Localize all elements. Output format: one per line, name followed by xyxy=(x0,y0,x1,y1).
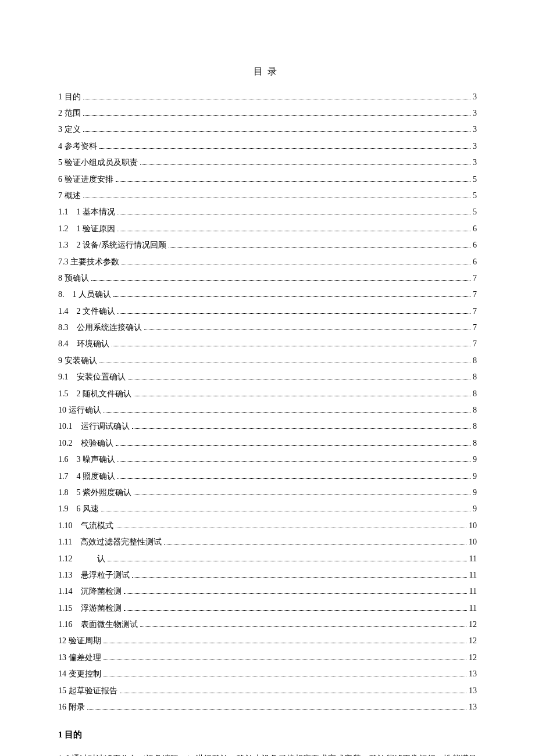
toc-leader-dots xyxy=(140,164,471,165)
toc-entry: 16 附录13 xyxy=(58,701,477,714)
toc-entry-label: 1.6 3 噪声确认 xyxy=(58,453,115,466)
toc-entry-page: 9 xyxy=(473,453,477,466)
toc-entry: 1.15 浮游菌检测11 xyxy=(58,602,477,615)
toc-entry: 9.1 安装位置确认8 xyxy=(58,371,477,384)
toc-entry-page: 11 xyxy=(469,585,477,598)
toc-entry-label: 15 起草验证报告 xyxy=(58,685,117,697)
toc-entry-page: 8 xyxy=(473,388,477,400)
toc-entry: 1.1 1 基本情况5 xyxy=(58,206,477,218)
toc-entry-label: 13 偏差处理 xyxy=(58,651,101,664)
toc-entry-label: 14 变更控制 xyxy=(58,668,101,680)
toc-entry-label: 16 附录 xyxy=(58,701,85,714)
toc-entry-page: 13 xyxy=(469,701,477,714)
toc-leader-dots xyxy=(164,544,466,544)
toc-leader-dots xyxy=(104,676,467,676)
toc-entry-page: 7 xyxy=(473,288,477,301)
toc-entry-page: 8 xyxy=(473,404,477,417)
toc-entry: 3 定义3 xyxy=(58,123,477,136)
toc-leader-dots xyxy=(117,231,470,231)
toc-leader-dots xyxy=(120,693,467,693)
toc-entry: 4 参考资料3 xyxy=(58,140,477,153)
toc-entry-label: 12 验证周期 xyxy=(58,635,101,647)
toc-entry-page: 7 xyxy=(473,305,477,318)
toc-entry: 12 验证周期12 xyxy=(58,635,477,647)
toc-entry-label: 4 参考资料 xyxy=(58,140,97,153)
toc-entry-page: 3 xyxy=(473,91,477,103)
toc-leader-dots xyxy=(104,660,467,660)
toc-entry: 15 起草验证报告13 xyxy=(58,685,477,697)
toc-entry-page: 7 xyxy=(473,321,477,334)
toc-entry: 13 偏差处理12 xyxy=(58,651,477,664)
toc-entry: 1.3 2 设备/系统运行情况回顾6 xyxy=(58,239,477,252)
toc-entry-page: 12 xyxy=(469,651,477,664)
toc-leader-dots xyxy=(113,296,470,297)
toc-entry: 1.16 表面微生物测试12 xyxy=(58,618,477,631)
toc-entry-page: 5 xyxy=(473,189,477,202)
toc-leader-dots xyxy=(116,528,467,528)
toc-entry: 6 验证进度安排5 xyxy=(58,173,477,186)
toc-entry-page: 5 xyxy=(473,173,477,186)
toc-entry: 1.6 3 噪声确认9 xyxy=(58,453,477,466)
toc-entry: 1.5 2 随机文件确认8 xyxy=(58,388,477,400)
toc-entry: 8.3 公用系统连接确认7 xyxy=(58,321,477,334)
toc-entry-label: 1.12 认 xyxy=(58,553,105,565)
toc-entry: 7 概述5 xyxy=(58,189,477,202)
section-1-heading: 1 目的 xyxy=(58,728,477,741)
toc-entry-label: 1.5 2 随机文件确认 xyxy=(58,388,131,400)
toc-entry-label: 8 预确认 xyxy=(58,272,89,285)
toc-entry: 8.4 环境确认7 xyxy=(58,338,477,350)
toc-leader-dots xyxy=(104,412,471,413)
toc-entry-label: 1.11 高效过滤器完整性测试 xyxy=(58,536,162,549)
toc-entry-page: 5 xyxy=(473,206,477,218)
toc-leader-dots xyxy=(91,280,471,281)
toc-leader-dots xyxy=(83,99,471,99)
toc-entry-label: 1.10 气流模式 xyxy=(58,519,113,532)
toc-entry-label: 1.3 2 设备/系统运行情况回顾 xyxy=(58,239,166,252)
toc-entry-page: 3 xyxy=(473,140,477,153)
toc-entry-label: 9 安装确认 xyxy=(58,354,97,367)
toc-entry: 1.2 1 验证原因6 xyxy=(58,223,477,235)
toc-entry: 1.7 4 照度确认9 xyxy=(58,470,477,483)
toc-leader-dots xyxy=(101,511,470,511)
toc-leader-dots xyxy=(83,115,471,116)
toc-leader-dots xyxy=(128,379,471,379)
toc-entry-label: 1.7 4 照度确认 xyxy=(58,470,115,483)
toc-entry: 2 范围3 xyxy=(58,107,477,120)
toc-title: 目录 xyxy=(58,64,477,79)
toc-entry-label: 1.9 6 风速 xyxy=(58,503,99,515)
toc-entry: 1.10 气流模式10 xyxy=(58,519,477,532)
toc-leader-dots xyxy=(116,181,471,182)
toc-entry-label: 8. 1 人员确认 xyxy=(58,288,111,301)
toc-leader-dots xyxy=(132,428,471,429)
toc-leader-dots xyxy=(117,461,470,462)
toc-entry: 5 验证小组成员及职责3 xyxy=(58,156,477,169)
table-of-contents: 1 目的32 范围33 定义34 参考资料35 验证小组成员及职责36 验证进度… xyxy=(58,91,477,714)
toc-leader-dots xyxy=(117,313,470,314)
toc-leader-dots xyxy=(117,478,470,479)
toc-entry: 10.2 校验确认8 xyxy=(58,437,477,450)
toc-leader-dots xyxy=(83,198,471,198)
toc-entry-label: 8.4 环境确认 xyxy=(58,338,109,350)
toc-entry-label: 10.1 运行调试确认 xyxy=(58,420,130,433)
toc-leader-dots xyxy=(134,495,470,495)
toc-leader-dots xyxy=(134,396,470,396)
toc-leader-dots xyxy=(122,264,470,264)
toc-entry-label: 1.13 悬浮粒子测试 xyxy=(58,569,130,582)
toc-entry: 10.1 运行调试确认8 xyxy=(58,420,477,433)
toc-entry-page: 8 xyxy=(473,354,477,367)
toc-entry-page: 11 xyxy=(469,602,477,615)
toc-entry-label: 1.4 2 文件确认 xyxy=(58,305,115,318)
toc-entry: 8. 1 人员确认7 xyxy=(58,288,477,301)
toc-entry-page: 12 xyxy=(469,618,477,631)
toc-leader-dots xyxy=(117,214,470,214)
toc-entry-label: 5 验证小组成员及职责 xyxy=(58,156,138,169)
toc-entry-label: 10.2 校验确认 xyxy=(58,437,113,450)
toc-leader-dots xyxy=(132,577,467,578)
toc-entry-page: 10 xyxy=(469,519,477,532)
toc-entry-page: 9 xyxy=(473,503,477,515)
toc-leader-dots xyxy=(104,643,467,643)
toc-leader-dots xyxy=(124,610,467,611)
toc-entry-page: 7 xyxy=(473,272,477,285)
toc-entry-page: 3 xyxy=(473,107,477,120)
toc-entry: 14 变更控制13 xyxy=(58,668,477,680)
